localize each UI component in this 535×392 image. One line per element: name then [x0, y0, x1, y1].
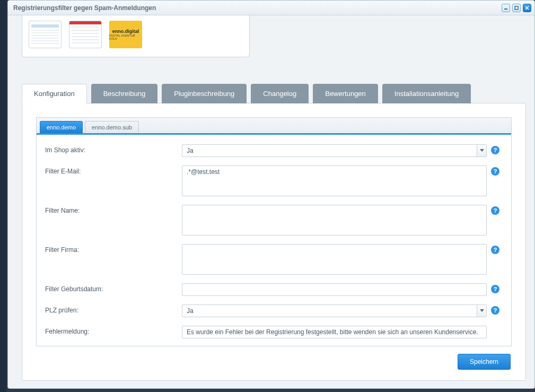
help-icon[interactable]: ? [491, 246, 499, 254]
select-zip-value: Ja [182, 305, 477, 317]
window-controls [502, 4, 531, 12]
help-icon[interactable]: ? [491, 167, 499, 176]
input-error-message[interactable] [182, 326, 487, 338]
minimize-button[interactable] [502, 4, 510, 12]
tab-label: Beschreibung [103, 90, 146, 98]
input-filter-birth[interactable] [182, 283, 487, 296]
label-filter-birth: Filter Geburtsdatum: [45, 283, 178, 293]
textarea-filter-name[interactable] [182, 205, 487, 236]
subtab-sub-shop[interactable]: enno.demo.sub [85, 121, 139, 133]
window-scroll[interactable]: enno.digital DIGITAL AGENTUR KÖLN Konfig… [8, 15, 534, 388]
tab-label: Installationsanleitung [394, 90, 459, 98]
tab-label: Konfiguration [34, 90, 75, 98]
close-button[interactable] [523, 4, 531, 12]
maximize-button[interactable] [512, 4, 521, 12]
svg-rect-0 [504, 8, 507, 10]
logo-tagline-text: DIGITAL AGENTUR KÖLN [109, 34, 142, 40]
chevron-down-icon [480, 309, 484, 312]
titlebar: Registrierungsfilter gegen Spam-Anmeldun… [8, 1, 534, 15]
subtab-label: enno.demo [47, 124, 76, 130]
label-filter-name: Filter Name: [45, 205, 178, 214]
label-filter-company: Filter Firma: [45, 244, 178, 254]
window-title: Registrierungsfilter gegen Spam-Anmeldun… [13, 4, 502, 12]
screenshot-thumbnail[interactable] [69, 21, 102, 48]
select-active-value: Ja [182, 145, 477, 156]
subtab-main-shop[interactable]: enno.demo [40, 121, 83, 133]
tab-reviews[interactable]: Bewertungen [313, 84, 378, 103]
tab-label: Pluginbeschreibung [174, 90, 234, 98]
close-icon [525, 6, 529, 10]
textarea-filter-company[interactable] [182, 244, 487, 275]
tab-panel-configuration: enno.demo enno.demo.sub Im Shop aktiv: J… [22, 103, 526, 381]
label-filter-email: Filter E-Mail: [45, 165, 178, 175]
maximize-icon [514, 6, 519, 10]
config-form: Im Shop aktiv: Ja ? Filter E-Mail: ? Fil… [37, 135, 511, 346]
help-icon[interactable]: ? [491, 306, 499, 315]
tab-install[interactable]: Installationsanleitung [382, 84, 471, 103]
label-error: Fehlermeldung: [45, 326, 178, 335]
logo-brand-text: enno.digital [112, 29, 139, 34]
help-icon[interactable]: ? [491, 146, 499, 154]
textarea-filter-email[interactable] [182, 165, 487, 196]
tab-configuration[interactable]: Konfiguration [22, 84, 87, 103]
svg-rect-1 [515, 6, 518, 10]
logo-thumbnail[interactable]: enno.digital DIGITAL AGENTUR KÖLN [109, 21, 142, 48]
tab-changelog[interactable]: Changelog [251, 84, 309, 103]
tab-plugindesc[interactable]: Pluginbeschreibung [162, 84, 247, 103]
shop-subtabs: enno.demo enno.demo.sub [37, 118, 511, 135]
panel-footer: Speichern [36, 346, 512, 370]
help-icon[interactable]: ? [491, 206, 499, 215]
dialog-window: Registrierungsfilter gegen Spam-Anmeldun… [7, 0, 535, 389]
thumbnail-panel: enno.digital DIGITAL AGENTUR KÖLN [22, 15, 250, 57]
subtab-label: enno.demo.sub [92, 124, 132, 130]
save-button[interactable]: Speichern [458, 354, 511, 370]
save-button-label: Speichern [470, 358, 498, 365]
dropdown-trigger[interactable] [477, 305, 486, 317]
tab-label: Bewertungen [325, 90, 366, 98]
screenshot-thumbnail[interactable] [29, 21, 62, 48]
tab-description[interactable]: Beschreibung [91, 84, 158, 103]
chevron-down-icon [480, 149, 484, 152]
select-zip[interactable]: Ja [182, 304, 487, 317]
config-inner-panel: enno.demo enno.demo.sub Im Shop aktiv: J… [36, 117, 512, 346]
label-zip: PLZ prüfen: [45, 304, 178, 314]
main-tabstrip: Konfiguration Beschreibung Pluginbeschre… [22, 84, 526, 103]
dropdown-trigger[interactable] [477, 145, 486, 156]
select-active[interactable]: Ja [182, 144, 487, 157]
tab-label: Changelog [263, 90, 296, 98]
label-active: Im Shop aktiv: [45, 144, 178, 154]
help-icon[interactable]: ? [491, 285, 499, 293]
minimize-icon [504, 6, 508, 10]
